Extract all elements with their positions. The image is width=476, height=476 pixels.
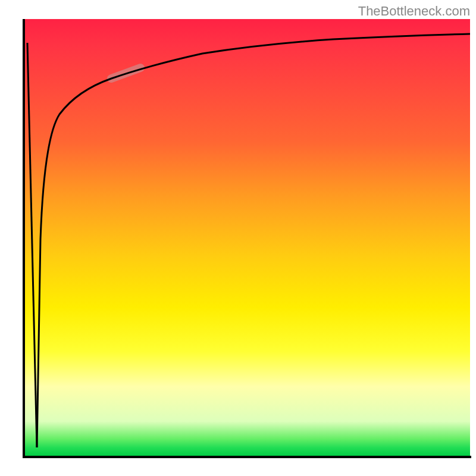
- watermark-text: TheBottleneck.com: [358, 4, 470, 19]
- chart-container: TheBottleneck.com: [0, 0, 476, 476]
- curve-layer: [24, 19, 470, 456]
- spike-left-edge: [27, 43, 37, 447]
- x-axis: [23, 456, 471, 458]
- y-axis: [23, 19, 25, 458]
- bottleneck-curve: [37, 34, 470, 447]
